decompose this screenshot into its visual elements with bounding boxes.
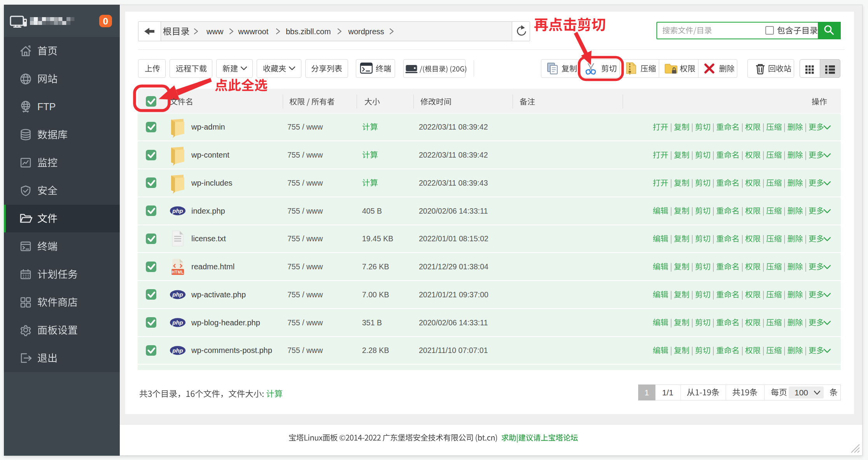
svg-text:HTML: HTML: [172, 270, 184, 274]
svg-text:index.php: index.php: [191, 207, 225, 215]
svg-text:755 / www: 755 / www: [287, 346, 323, 355]
svg-text:php: php: [172, 319, 183, 326]
svg-text:7.00 KB: 7.00 KB: [362, 290, 389, 299]
svg-text:405 B: 405 B: [362, 207, 382, 215]
svg-text:755 / www: 755 / www: [287, 207, 323, 215]
svg-text:19.45 KB: 19.45 KB: [362, 234, 393, 243]
svg-text:wp-content: wp-content: [191, 151, 229, 159]
svg-text:351 B: 351 B: [362, 318, 382, 327]
svg-text:755 / www: 755 / www: [287, 151, 323, 159]
svg-text:2020/02/06 14:33:11: 2020/02/06 14:33:11: [419, 207, 488, 215]
svg-text:755 / www: 755 / www: [287, 179, 323, 187]
svg-text:FTP: FTP: [37, 101, 56, 112]
svg-text:2022/03/11 08:39:42: 2022/03/11 08:39:42: [419, 151, 488, 159]
svg-text:2021/01/21 09:37:00: 2021/01/21 09:37:00: [419, 290, 488, 299]
svg-text:2021/12/29 01:38:04: 2021/12/29 01:38:04: [419, 262, 488, 271]
svg-text:755 / www: 755 / www: [287, 234, 323, 243]
svg-text:2021/11/10 07:07:01: 2021/11/10 07:07:01: [419, 346, 488, 355]
svg-text:2020/02/06 14:33:11: 2020/02/06 14:33:11: [419, 318, 488, 327]
svg-text:wp-activate.php: wp-activate.php: [191, 290, 246, 299]
svg-text:wwwroot: wwwroot: [238, 27, 269, 36]
svg-text:wp-blog-header.php: wp-blog-header.php: [191, 318, 260, 327]
svg-text:100: 100: [794, 388, 808, 397]
svg-text:wp-admin: wp-admin: [191, 123, 225, 131]
svg-text:wp-includes: wp-includes: [191, 179, 233, 187]
svg-text:2022/03/11 08:39:43: 2022/03/11 08:39:43: [419, 179, 488, 187]
svg-text:php: php: [172, 207, 183, 214]
svg-text:755 / www: 755 / www: [287, 123, 323, 131]
svg-text:1: 1: [644, 388, 649, 397]
svg-text:755 / www: 755 / www: [287, 262, 323, 271]
svg-text:bbs.zibll.com: bbs.zibll.com: [286, 27, 331, 36]
svg-text:license.txt: license.txt: [191, 234, 226, 243]
svg-text:php: php: [172, 291, 183, 298]
svg-text:755 / www: 755 / www: [287, 290, 323, 299]
svg-text:2022/01/01 08:15:02: 2022/01/01 08:15:02: [419, 234, 488, 243]
svg-text:2.28 KB: 2.28 KB: [362, 346, 389, 355]
svg-text:wordpress: wordpress: [348, 27, 384, 36]
svg-text:1/1: 1/1: [662, 388, 673, 397]
svg-text:755 / www: 755 / www: [287, 318, 323, 327]
svg-text:0: 0: [103, 16, 108, 26]
svg-text:www: www: [206, 27, 224, 36]
svg-text:2022/03/11 08:39:42: 2022/03/11 08:39:42: [419, 123, 488, 131]
svg-text:readme.html: readme.html: [191, 262, 234, 271]
svg-text:wp-comments-post.php: wp-comments-post.php: [191, 346, 272, 355]
svg-text:php: php: [172, 347, 183, 354]
svg-text:7.26 KB: 7.26 KB: [362, 262, 389, 271]
